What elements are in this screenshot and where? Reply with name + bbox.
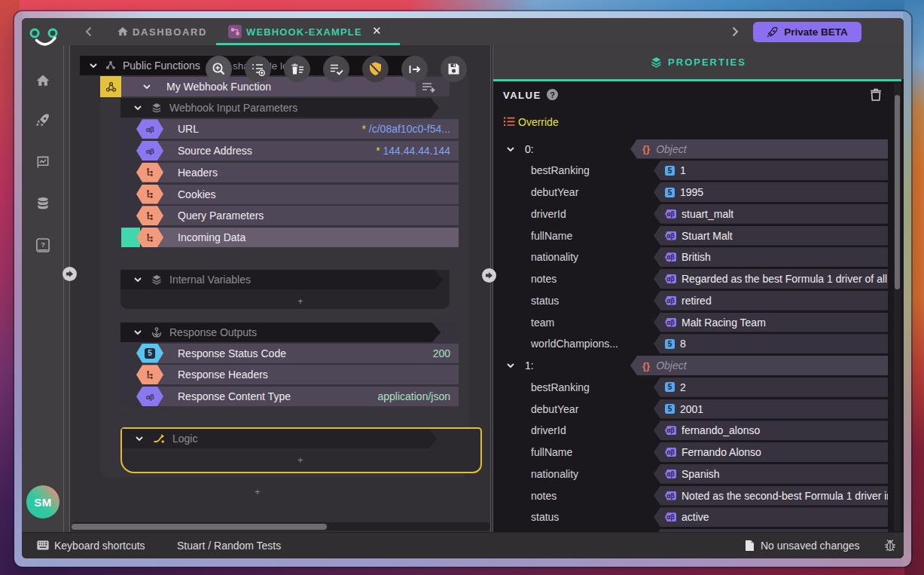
svg-text:?: ? bbox=[41, 240, 45, 249]
